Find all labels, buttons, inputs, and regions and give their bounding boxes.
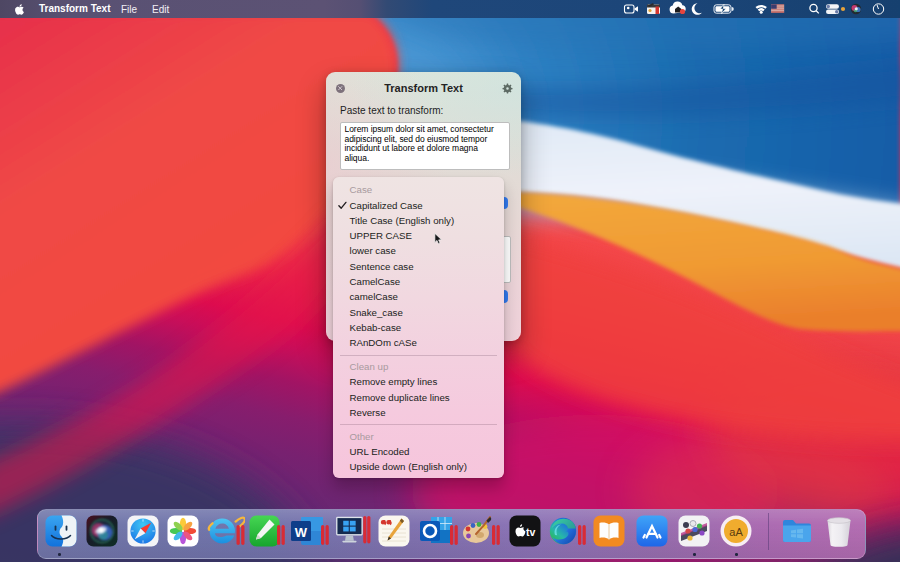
svg-text:W: W — [295, 525, 308, 540]
svg-text:tv: tv — [526, 526, 535, 538]
svg-text:aA: aA — [729, 526, 743, 538]
